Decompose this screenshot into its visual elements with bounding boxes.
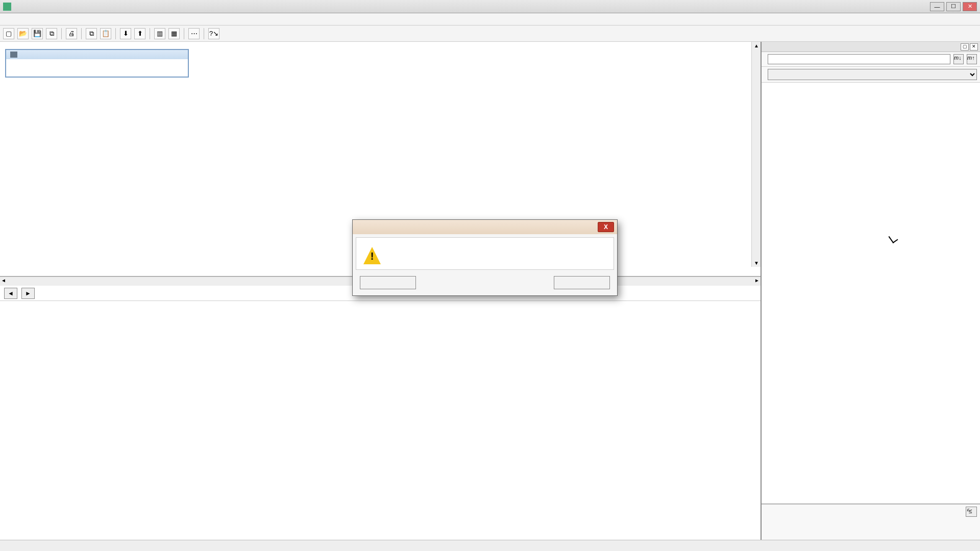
rack-icon xyxy=(10,52,17,58)
panel-close-icon[interactable]: ✕ xyxy=(970,43,978,51)
insert-dialog: X xyxy=(352,219,618,296)
search-input[interactable] xyxy=(768,54,950,64)
netpro-icon[interactable]: ▦ xyxy=(168,28,180,39)
info-size-icon[interactable]: ᴱ≤ xyxy=(966,507,977,517)
minimize-button[interactable]: — xyxy=(930,2,944,11)
panel-pin-icon[interactable]: ▢ xyxy=(961,43,969,51)
menubar xyxy=(0,13,980,26)
open-icon[interactable]: 📂 xyxy=(17,28,29,39)
search-down-icon[interactable]: m↓ xyxy=(953,54,964,64)
new-icon[interactable]: ▢ xyxy=(3,28,14,39)
toolbar: ▢ 📂 💾 ⧉ 🖨 ⧉ 📋 ⬇ ⬆ ▥ ▦ ⋯ ?↘ xyxy=(0,26,980,42)
ok-button[interactable] xyxy=(360,276,416,289)
help-button[interactable] xyxy=(554,276,610,289)
catalog-icon[interactable]: ▥ xyxy=(154,28,165,39)
download-icon[interactable]: ⬇ xyxy=(120,28,131,39)
help-pointer-icon[interactable]: ?↘ xyxy=(208,28,219,39)
titlebar: — ☐ ✕ xyxy=(0,0,980,13)
module-info: ᴱ≤ xyxy=(762,504,980,540)
copy-icon[interactable]: ⧉ xyxy=(86,28,97,39)
warning-icon xyxy=(363,247,381,264)
app-icon xyxy=(3,3,11,11)
save-icon[interactable]: 💾 xyxy=(32,28,43,39)
upload-icon[interactable]: ⬆ xyxy=(134,28,145,39)
close-button[interactable]: ✕ xyxy=(963,2,977,11)
nav-forward-button[interactable]: ► xyxy=(21,288,35,299)
search-up-icon[interactable]: m↑ xyxy=(967,54,977,64)
rack-window[interactable] xyxy=(5,49,189,78)
paste-icon[interactable]: 📋 xyxy=(100,28,111,39)
dialog-message xyxy=(390,247,606,249)
status-bar xyxy=(0,540,980,551)
nav-back-button[interactable]: ◄ xyxy=(4,288,17,299)
rack-title xyxy=(6,50,188,59)
catalog-tree[interactable] xyxy=(762,83,980,504)
save-compile-icon[interactable]: ⧉ xyxy=(46,28,57,39)
hardware-catalog: ▢ ✕ m↓ m↑ ᴱ≤ xyxy=(761,42,980,540)
vertical-scrollbar[interactable] xyxy=(751,42,761,267)
profile-select[interactable] xyxy=(768,69,977,80)
print-icon[interactable]: 🖨 xyxy=(66,28,77,39)
maximize-button[interactable]: ☐ xyxy=(946,2,961,11)
addresses-icon[interactable]: ⋯ xyxy=(188,28,200,39)
dialog-close-button[interactable]: X xyxy=(598,222,614,232)
